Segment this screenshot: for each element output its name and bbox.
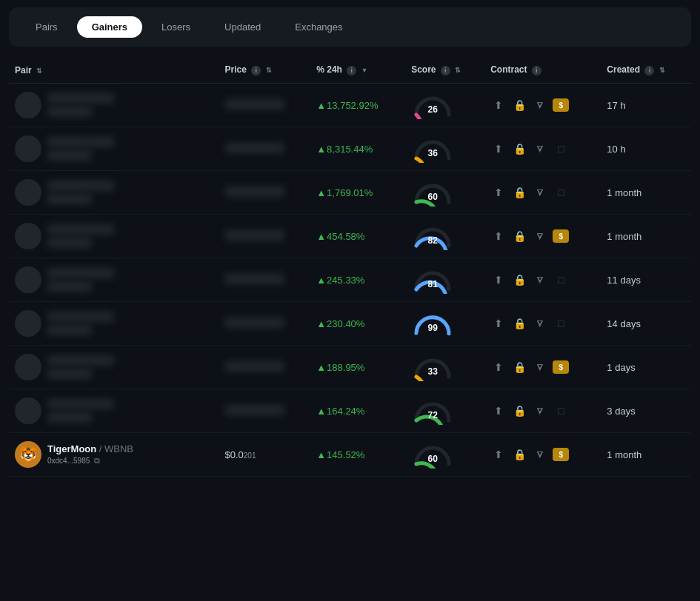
table-row: ▲164.24% 72 ⬆🔒⛛□3 days [9,389,691,433]
pair-address: 0xdc4...5985 ⧉ [47,456,133,466]
upload-icon[interactable]: ⬆ [490,97,507,113]
created-cell: 3 days [601,389,691,433]
avatar [15,92,41,118]
lock-icon[interactable]: 🔒 [511,359,527,375]
filter-icon[interactable]: ⛛ [532,141,548,157]
table-row: 🐯 TigerMoon / WBNB 0xdc4...5985 ⧉ $0.020… [9,433,691,477]
lock-icon[interactable]: 🔒 [511,228,527,244]
yellow-box-icon[interactable]: $ [553,98,569,112]
sort-pair-icon[interactable]: ⇅ [36,67,42,75]
sort-score-icon[interactable]: ⇅ [455,67,461,74]
info-created-icon[interactable]: i [644,66,654,75]
lock-icon[interactable]: 🔒 [511,184,527,201]
lock-icon[interactable]: 🔒 [511,141,527,157]
contract-icons: ⬆🔒⛛□ [490,315,595,332]
inactive-yellow-icon: □ [553,272,569,288]
upload-icon[interactable]: ⬆ [490,228,507,244]
created-cell: 11 days [601,258,691,302]
tab-gainers[interactable]: Gainers [77,16,142,38]
contract-cell: ⬆🔒⛛$ [484,346,601,389]
price-cell [219,258,311,302]
filter-icon[interactable]: ⛛ [532,359,548,375]
score-number: 82 [427,226,437,246]
pct-arrow-icon: ▲ [316,318,326,329]
score-number: 26 [427,95,437,115]
score-gauge: 60 [411,440,454,469]
lock-icon[interactable]: 🔒 [511,446,527,463]
score-cell: 72 [405,389,484,433]
filter-icon[interactable]: ⛛ [532,403,548,419]
price-cell [219,127,311,171]
col-pair: Pair ⇅ [9,57,219,84]
yellow-box-icon[interactable]: $ [553,360,569,374]
contract-cell: ⬆🔒⛛□ [484,127,601,171]
filter-icon[interactable]: ⛛ [532,228,548,244]
upload-icon[interactable]: ⬆ [490,141,507,157]
pair-name-blurred [47,93,114,104]
score-number: 60 [427,445,437,464]
avatar [15,223,41,249]
col-pct24h: % 24h i ▼ [310,57,405,84]
lock-icon[interactable]: 🔒 [511,272,527,288]
created-cell: 1 month [601,433,691,477]
price-blurred [225,361,284,372]
yellow-box-icon[interactable]: $ [553,448,569,461]
price-blurred [225,143,284,153]
pair-sub-blurred [47,281,92,292]
filter-icon[interactable]: ⛛ [532,272,548,288]
filter-icon[interactable]: ⛛ [532,97,548,113]
contract-cell: ⬆🔒⛛$ [484,215,601,258]
sort-pct-icon[interactable]: ▼ [361,67,368,74]
score-number: 36 [427,139,437,158]
upload-icon[interactable]: ⬆ [490,315,507,332]
pct-cell: ▲164.24% [310,389,405,433]
info-pct-icon[interactable]: i [347,66,356,75]
score-gauge: 99 [411,309,454,338]
pair-name-blurred [47,312,114,322]
tab-updated[interactable]: Updated [210,16,276,38]
info-contract-icon[interactable]: i [532,66,541,75]
contract-icons: ⬆🔒⛛$ [490,228,595,244]
pair-cell [9,302,219,346]
pair-name-blurred [47,137,114,147]
pair-sub-blurred [47,369,92,379]
lock-icon[interactable]: 🔒 [511,403,527,419]
info-price-icon[interactable]: i [251,66,261,75]
pair-cell [9,84,219,127]
tab-pairs[interactable]: Pairs [21,16,73,38]
filter-icon[interactable]: ⛛ [532,446,548,463]
price-blurred [225,99,284,110]
lock-icon[interactable]: 🔒 [511,315,527,332]
lock-icon[interactable]: 🔒 [511,97,527,113]
contract-icons: ⬆🔒⛛□ [490,141,595,157]
tab-exchanges[interactable]: Exchanges [280,16,357,38]
info-score-icon[interactable]: i [441,66,450,75]
score-gauge: 26 [411,91,454,119]
pair-cell [9,171,219,215]
pct-arrow-icon: ▲ [316,144,326,155]
score-cell: 81 [405,258,484,302]
upload-icon[interactable]: ⬆ [490,403,507,419]
score-gauge: 33 [411,353,454,381]
filter-icon[interactable]: ⛛ [532,315,548,332]
pair-cell [9,389,219,433]
sort-created-icon[interactable]: ⇅ [659,67,665,74]
copy-icon[interactable]: ⧉ [94,456,100,465]
sort-price-icon[interactable]: ⇅ [266,67,272,74]
pct-arrow-icon: ▲ [316,187,326,198]
upload-icon[interactable]: ⬆ [490,446,507,463]
pair-sub-blurred [47,325,92,335]
pct-arrow-icon: ▲ [316,449,326,460]
pct-cell: ▲1,769.01% [310,171,405,215]
upload-icon[interactable]: ⬆ [490,359,507,375]
tab-losers[interactable]: Losers [147,16,205,38]
avatar [15,397,41,424]
col-price: Price i ⇅ [219,57,311,84]
yellow-box-icon[interactable]: $ [553,229,569,243]
gainers-table: Pair ⇅ Price i ⇅ % 24h i ▼ Score i ⇅ [9,57,691,477]
upload-icon[interactable]: ⬆ [490,272,507,288]
contract-cell: ⬆🔒⛛□ [484,258,601,302]
upload-icon[interactable]: ⬆ [490,184,507,201]
score-cell: 99 [405,302,484,346]
filter-icon[interactable]: ⛛ [532,184,548,201]
